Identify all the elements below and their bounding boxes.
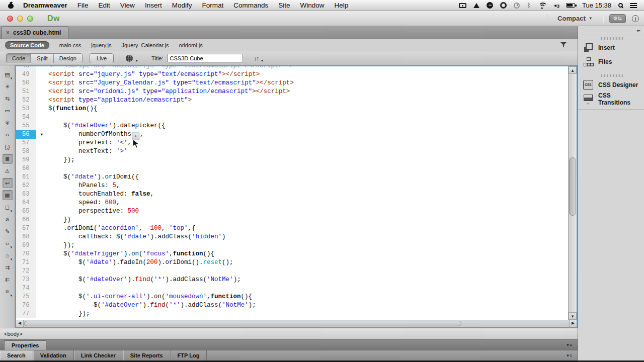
- select-parent-tag-icon[interactable]: ‹›: [3, 130, 13, 140]
- menu-item-help[interactable]: Help: [329, 2, 353, 9]
- document-tab[interactable]: × css3D cube.html: [2, 26, 68, 39]
- collapse-selection-icon[interactable]: ▭: [3, 106, 13, 116]
- split-view-button[interactable]: Split: [31, 54, 53, 63]
- creative-cloud-icon[interactable]: [487, 2, 493, 9]
- filter-funnel-icon[interactable]: [560, 42, 567, 48]
- related-file-jquery-calendar-js[interactable]: Jquery_Calendar.js: [121, 41, 169, 49]
- spotlight-icon[interactable]: [618, 3, 623, 8]
- results-tab-ftp-log[interactable]: FTP Log: [171, 350, 207, 360]
- code-editor[interactable]: 48<!--<script src="Modinizr.js" type="te…: [16, 66, 568, 320]
- code-line: 60: [16, 164, 568, 173]
- code-view-button[interactable]: Code: [7, 54, 31, 63]
- horizontal-scrollbar[interactable]: ◀ ▶: [16, 320, 577, 327]
- bluetooth-icon[interactable]: ᛒ: [527, 3, 530, 9]
- drive-icon[interactable]: [473, 3, 479, 8]
- word-wrap-icon[interactable]: ↩: [3, 178, 13, 188]
- close-tab-icon[interactable]: ×: [6, 29, 10, 36]
- collapse-panels-icon[interactable]: ▸▸: [578, 26, 644, 35]
- open-documents-icon[interactable]: ▤▼: [3, 69, 13, 79]
- apply-comment-icon[interactable]: ◻▼: [3, 202, 13, 212]
- panel-menu-icon[interactable]: ▾≡: [567, 342, 573, 347]
- line-number: 53: [16, 105, 36, 113]
- menu-item-insert[interactable]: Insert: [140, 2, 167, 9]
- line-number: 58: [16, 147, 36, 156]
- format-source-code-icon[interactable]: ≋▼: [3, 287, 13, 297]
- close-window-button[interactable]: [7, 16, 13, 22]
- file-management-icon[interactable]: ↓↑: [254, 54, 259, 62]
- tag-selector-body[interactable]: <body>: [4, 331, 23, 337]
- panel-gripper[interactable]: [600, 74, 623, 77]
- results-tab-validation[interactable]: Validation: [33, 350, 74, 360]
- menu-item-view[interactable]: View: [115, 2, 140, 9]
- live-view-button[interactable]: Live: [90, 53, 114, 63]
- menu-item-commands[interactable]: Commands: [228, 2, 273, 9]
- vertical-scroll-thumb[interactable]: [569, 157, 576, 216]
- preview-in-browser-icon[interactable]: [126, 55, 133, 62]
- scroll-down-arrow[interactable]: ▼: [569, 312, 577, 320]
- results-tab-link-checker[interactable]: Link Checker: [74, 350, 123, 360]
- hidden-characters-icon[interactable]: ▦: [3, 190, 13, 200]
- sync-settings-button[interactable]: ⚙⇆: [609, 14, 626, 23]
- workspace-switcher[interactable]: Compact ▼: [553, 15, 597, 22]
- line-number: 48: [16, 66, 36, 70]
- scroll-left-arrow[interactable]: ◀: [16, 320, 24, 327]
- menu-item-site[interactable]: Site: [273, 2, 295, 9]
- vertical-scrollbar[interactable]: ▲ ▼: [568, 66, 577, 320]
- line-numbers-icon[interactable]: ≣: [3, 154, 13, 164]
- minimize-window-button[interactable]: [17, 16, 23, 22]
- document-title-input[interactable]: [168, 54, 243, 62]
- line-number: 73: [16, 276, 36, 284]
- volume-icon[interactable]: [553, 3, 559, 8]
- remove-comment-icon[interactable]: ⌀: [3, 214, 13, 224]
- info-icon[interactable]: i: [632, 15, 639, 22]
- menu-item-window[interactable]: Window: [295, 2, 329, 9]
- panel-button-files[interactable]: Files: [578, 55, 644, 69]
- related-file-source-code[interactable]: Source Code: [5, 41, 49, 49]
- collapse-full-tag-icon[interactable]: ⇆: [3, 94, 13, 104]
- time-machine-icon[interactable]: [514, 3, 520, 9]
- menu-item-edit[interactable]: Edit: [94, 2, 115, 9]
- menu-item-format[interactable]: Format: [197, 2, 228, 9]
- app-ring-icon[interactable]: [500, 2, 507, 9]
- horizontal-scroll-thumb[interactable]: [24, 321, 461, 326]
- panel-gripper[interactable]: [600, 37, 623, 40]
- balance-braces-icon[interactable]: {;}: [3, 142, 13, 152]
- menu-item-dreamweaver[interactable]: Dreamweaver: [18, 2, 72, 9]
- related-file-jquery-js[interactable]: jquery.js: [91, 41, 111, 49]
- recent-snippets-icon[interactable]: ‹›▼: [3, 238, 13, 248]
- code-text: perspective: 500: [36, 207, 139, 216]
- related-file-main-css[interactable]: main.css: [59, 41, 81, 49]
- live-code-icon[interactable]: ✳: [3, 81, 13, 92]
- menu-clock[interactable]: Tue 15:38: [582, 2, 611, 9]
- wrap-tag-icon[interactable]: ✎: [3, 226, 13, 236]
- code-line: 54: [16, 113, 568, 122]
- code-text: callback: $('#date').addClass('hidden'): [36, 233, 226, 241]
- scroll-right-arrow[interactable]: ▶: [569, 320, 577, 327]
- display-icon[interactable]: [459, 3, 466, 8]
- expand-all-icon[interactable]: ※: [3, 118, 13, 128]
- divider: [547, 14, 547, 23]
- code-collapse-arrow[interactable]: ▼: [38, 130, 45, 139]
- battery-icon[interactable]: [566, 3, 575, 8]
- indent-code-icon[interactable]: ⇉: [3, 262, 13, 273]
- panel-menu-icon[interactable]: ▾≡: [567, 353, 573, 358]
- move-css-icon[interactable]: ⌂▼: [3, 250, 13, 260]
- related-file-oridomi-js[interactable]: oridomi.js: [179, 41, 203, 49]
- highlight-invalid-code-icon[interactable]: ⚠: [3, 166, 13, 176]
- apple-menu-icon[interactable]: [8, 2, 14, 9]
- results-tab-search[interactable]: Search: [0, 350, 33, 360]
- wifi-icon[interactable]: [538, 3, 546, 9]
- code-line: 50<script src="Jquery_Calendar.js" type=…: [16, 79, 568, 87]
- zoom-window-button[interactable]: [27, 16, 33, 22]
- menu-item-modify[interactable]: Modify: [167, 2, 197, 9]
- panel-button-css-transitions[interactable]: CSS Transitions: [578, 92, 644, 106]
- scroll-up-arrow[interactable]: ▲: [569, 66, 577, 74]
- panel-button-insert[interactable]: Insert: [578, 41, 644, 55]
- notification-center-icon[interactable]: [630, 3, 637, 8]
- properties-tab[interactable]: Properties: [4, 340, 46, 350]
- panel-button-css-designer[interactable]: CSS Designer: [578, 78, 644, 92]
- design-view-button[interactable]: Design: [54, 54, 82, 63]
- menu-item-file[interactable]: File: [72, 2, 94, 9]
- outdent-code-icon[interactable]: ⇇: [3, 275, 13, 285]
- results-tab-site-reports[interactable]: Site Reports: [123, 350, 171, 360]
